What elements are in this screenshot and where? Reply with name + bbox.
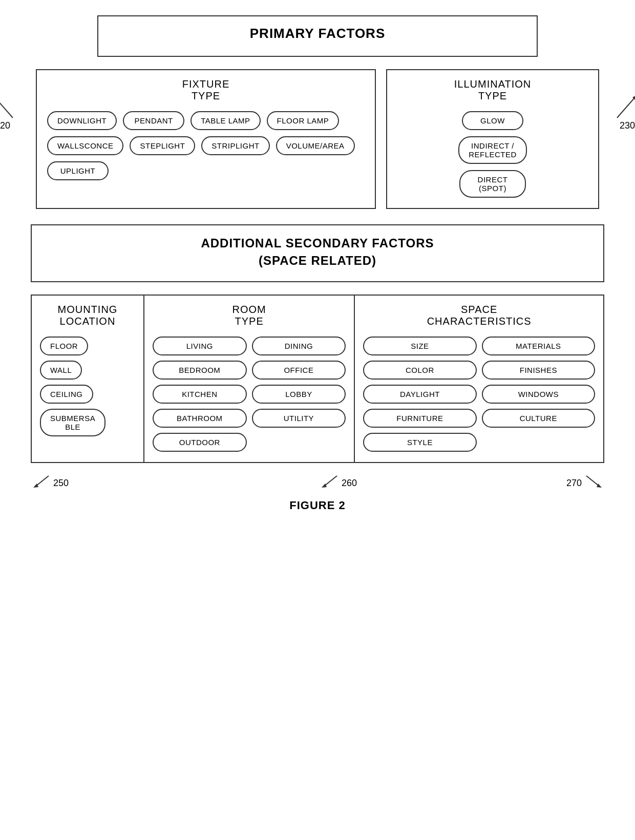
ref-270-label: 270: [566, 478, 582, 489]
pill-direct-spot[interactable]: DIRECT(SPOT): [459, 170, 526, 198]
bottom-labels: 250 260 270: [31, 473, 604, 489]
fixture-type-title: FIXTURETYPE: [47, 78, 365, 102]
illumination-type-title: ILLUMINATIONTYPE: [397, 78, 588, 102]
pill-floor[interactable]: FLOOR: [40, 337, 88, 355]
pill-outdoor[interactable]: OUTDOOR: [153, 433, 247, 452]
pill-culture[interactable]: CULTURE: [482, 409, 595, 428]
pill-floor-lamp[interactable]: FLOOR LAMP: [267, 111, 340, 130]
pill-living[interactable]: LIVING: [153, 337, 247, 355]
mounting-location-title: MOUNTINGLOCATION: [40, 304, 135, 327]
pill-downlight[interactable]: DOWNLIGHT: [47, 111, 117, 130]
ref-block-230: 230: [612, 90, 635, 131]
arrow-220-icon: [0, 90, 18, 120]
pill-bedroom[interactable]: BEDROOM: [153, 361, 247, 380]
secondary-factors-title: ADDITIONAL SECONDARY FACTORS(SPACE RELAT…: [44, 235, 591, 269]
pill-table-lamp[interactable]: TABLE LAMP: [190, 111, 260, 130]
pill-bathroom[interactable]: BATHROOM: [153, 409, 247, 428]
pill-wall[interactable]: WALL: [40, 361, 82, 380]
pill-indirect-reflected[interactable]: INDIRECT /REFLECTED: [458, 136, 527, 164]
pill-office[interactable]: OFFICE: [252, 361, 346, 380]
pill-materials[interactable]: MATERIALS: [482, 337, 595, 355]
primary-factors-title: PRIMARY FACTORS: [111, 26, 524, 41]
pill-striplight[interactable]: STRIPLIGHT: [201, 136, 269, 155]
mounting-pill-list: FLOOR WALL CEILING SUBMERSABLE: [40, 337, 135, 436]
room-type-title: ROOMTYPE: [153, 304, 346, 327]
arrow-260-icon: [319, 473, 340, 489]
pill-glow[interactable]: GLOW: [462, 111, 523, 130]
ref-block-270: 270: [566, 473, 604, 489]
pill-size[interactable]: SIZE: [363, 337, 476, 355]
primary-factors-box: PRIMARY FACTORS: [97, 15, 538, 57]
pill-style[interactable]: STYLE: [363, 433, 476, 452]
ref-block-250: 250: [31, 473, 69, 489]
illumination-type-box: ILLUMINATIONTYPE GLOW INDIRECT /REFLECTE…: [386, 69, 599, 209]
pill-pendant[interactable]: PENDANT: [123, 111, 184, 130]
fixture-illumination-wrapper: 220 FIXTURETYPE DOWNLIGHT PENDANT TABLE …: [36, 69, 599, 209]
pill-daylight[interactable]: DAYLIGHT: [363, 385, 476, 404]
pill-furniture[interactable]: FURNITURE: [363, 409, 476, 428]
pill-kitchen[interactable]: KITCHEN: [153, 385, 247, 404]
pill-utility[interactable]: UTILITY: [252, 409, 346, 428]
arrow-270-icon: [584, 473, 604, 489]
figure-label: FIGURE 2: [289, 499, 345, 512]
pill-ceiling[interactable]: CEILING: [40, 385, 93, 404]
ref-250-label: 250: [53, 478, 69, 489]
pill-color[interactable]: COLOR: [363, 361, 476, 380]
pill-volume-area[interactable]: VOLUME/AREA: [276, 136, 355, 155]
svg-line-8: [586, 476, 599, 486]
svg-line-0: [0, 97, 13, 118]
pill-lobby[interactable]: LOBBY: [252, 385, 346, 404]
pill-uplight[interactable]: UPLIGHT: [47, 161, 109, 180]
room-pill-grid: LIVING DINING BEDROOM OFFICE KITCHEN LOB…: [153, 337, 346, 452]
ref-230-label: 230: [620, 120, 635, 131]
arrow-250-icon: [31, 473, 51, 489]
pill-dining[interactable]: DINING: [252, 337, 346, 355]
illumination-pill-list: GLOW INDIRECT /REFLECTED DIRECT(SPOT): [397, 111, 588, 198]
bottom-row: MOUNTINGLOCATION FLOOR WALL CEILING SUBM…: [31, 295, 604, 463]
space-characteristics-title: SPACECHARACTERISTICS: [363, 304, 595, 327]
fixture-type-box: FIXTURETYPE DOWNLIGHT PENDANT TABLE LAMP…: [36, 69, 376, 209]
pill-wallsconce[interactable]: WALLSCONCE: [47, 136, 123, 155]
pill-windows[interactable]: WINDOWS: [482, 385, 595, 404]
secondary-factors-box: ADDITIONAL SECONDARY FACTORS(SPACE RELAT…: [31, 224, 604, 282]
arrow-230-icon: [612, 90, 635, 120]
pill-finishes[interactable]: FINISHES: [482, 361, 595, 380]
ref-block-220: 220: [0, 90, 18, 131]
fixture-pill-grid: DOWNLIGHT PENDANT TABLE LAMP FLOOR LAMP …: [47, 111, 365, 180]
ref-260-label: 260: [342, 478, 357, 489]
svg-line-2: [617, 97, 635, 118]
svg-line-6: [324, 476, 337, 486]
ref-220-label: 220: [0, 120, 10, 131]
ref-block-260: 260: [319, 473, 357, 489]
svg-line-4: [36, 476, 49, 486]
room-type-box: ROOMTYPE LIVING DINING BEDROOM OFFICE KI…: [144, 296, 355, 462]
mounting-location-box: MOUNTINGLOCATION FLOOR WALL CEILING SUBM…: [32, 296, 144, 462]
pill-steplight[interactable]: STEPLIGHT: [130, 136, 195, 155]
pill-submersable[interactable]: SUBMERSABLE: [40, 409, 105, 436]
space-pill-grid: SIZE MATERIALS COLOR FINISHES DAYLIGHT W…: [363, 337, 595, 452]
space-characteristics-box: SPACECHARACTERISTICS SIZE MATERIALS COLO…: [355, 296, 603, 462]
